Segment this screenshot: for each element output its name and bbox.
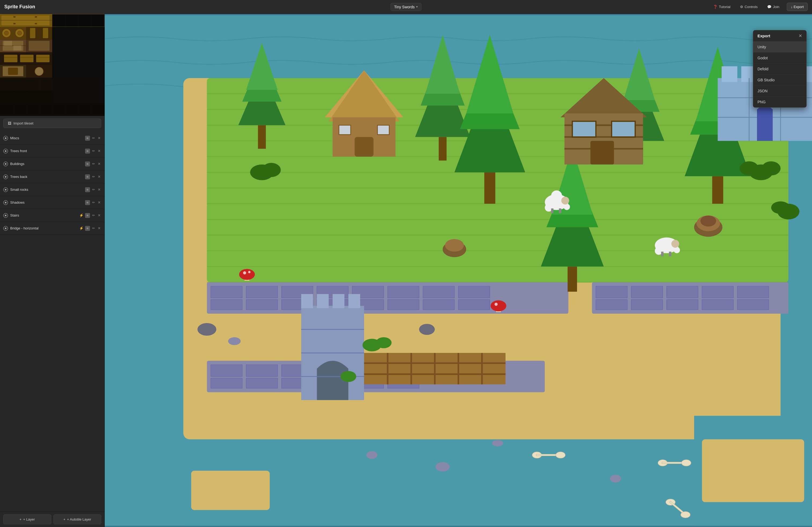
- layer-visibility-toggle[interactable]: [3, 213, 8, 218]
- layer-visibility-toggle[interactable]: [3, 187, 8, 192]
- layer-thumbnail: ▦: [85, 213, 90, 218]
- svg-point-27: [17, 31, 22, 35]
- layer-row-7[interactable]: Bridge - horizontal ⚡▦✏✕: [0, 222, 104, 235]
- import-label: Import tileset: [13, 121, 33, 125]
- tileset-preview: [0, 14, 104, 116]
- svg-rect-106: [246, 378, 278, 388]
- svg-rect-53: [52, 27, 105, 103]
- layer-name-label: Stairs: [10, 213, 77, 217]
- svg-rect-138: [355, 137, 374, 156]
- layer-row-1[interactable]: Trees front ▦✏✕: [0, 145, 104, 157]
- import-tileset-button[interactable]: 🖼 Import tileset: [3, 119, 101, 128]
- svg-rect-78: [458, 286, 490, 298]
- layer-row-6[interactable]: Stairs ⚡▦✏✕: [0, 209, 104, 222]
- layer-visibility-toggle[interactable]: [3, 200, 8, 205]
- svg-point-220: [700, 215, 716, 226]
- app-title: Sprite Fusion: [4, 4, 35, 10]
- add-layer-button[interactable]: + + Layer: [3, 514, 51, 524]
- controls-icon: ⚙: [740, 5, 743, 9]
- lightning-icon: ⚡: [79, 213, 84, 217]
- tutorial-icon: ❓: [713, 5, 717, 9]
- layer-close-button[interactable]: ✕: [97, 213, 101, 217]
- export-button[interactable]: ↓ Export: [787, 3, 808, 11]
- layer-close-button[interactable]: ✕: [97, 136, 101, 140]
- eye-dot: [5, 202, 6, 204]
- project-name-button[interactable]: Tiny Swords ▾: [391, 3, 422, 11]
- svg-rect-161: [317, 294, 329, 308]
- layer-edit-button[interactable]: ✏: [91, 149, 96, 153]
- layer-edit-button[interactable]: ✏: [91, 136, 96, 140]
- layer-visibility-toggle[interactable]: [3, 162, 8, 166]
- layer-thumbnail: ▦: [85, 200, 90, 205]
- export-label: ↓ Export: [791, 5, 804, 9]
- layer-visibility-toggle[interactable]: [3, 226, 8, 231]
- layer-edit-button[interactable]: ✏: [91, 187, 96, 192]
- plus-icon-2: +: [63, 517, 66, 521]
- layer-visibility-toggle[interactable]: [3, 175, 8, 179]
- layer-edit-button[interactable]: ✏: [91, 200, 96, 205]
- layer-close-button[interactable]: ✕: [97, 175, 101, 179]
- svg-point-217: [262, 163, 280, 177]
- svg-rect-119: [484, 172, 495, 204]
- export-option-json[interactable]: JSON: [753, 86, 806, 96]
- layer-close-button[interactable]: ✕: [97, 149, 101, 153]
- svg-rect-139: [339, 125, 351, 135]
- svg-rect-97: [737, 299, 769, 310]
- layer-row-2[interactable]: Buildings ▦✏✕: [0, 157, 104, 170]
- layer-visibility-toggle[interactable]: [3, 136, 8, 140]
- svg-rect-148: [591, 141, 614, 165]
- layers-panel: Miscs ▦✏✕ Trees front ▦✏✕ Buildings ▦✏✕: [0, 131, 104, 511]
- layer-name-label: Trees back: [10, 175, 83, 179]
- layer-name-label: Buildings: [10, 162, 83, 166]
- svg-rect-92: [737, 286, 769, 298]
- layer-row-4[interactable]: Small rocks ▦✏✕: [0, 183, 104, 196]
- export-dropdown-header: Export ✕: [753, 30, 806, 42]
- layer-close-button[interactable]: ✕: [97, 162, 101, 166]
- export-option-godot[interactable]: Godot: [753, 52, 806, 64]
- svg-point-227: [197, 323, 216, 336]
- export-dropdown: Export ✕ UnityGodotDefoldGB StudioJSONPN…: [753, 30, 807, 108]
- layer-edit-button[interactable]: ✏: [91, 175, 96, 179]
- export-options-list: UnityGodotDefoldGB StudioJSONPNG: [753, 42, 806, 107]
- svg-rect-85: [423, 299, 454, 310]
- export-option-defold[interactable]: Defold: [753, 64, 806, 75]
- export-option-unity[interactable]: Unity: [753, 42, 806, 52]
- layer-visibility-toggle[interactable]: [3, 149, 8, 153]
- layer-edit-button[interactable]: ✏: [91, 162, 96, 166]
- tutorial-button[interactable]: ❓ Tutorial: [711, 4, 733, 10]
- controls-label: Controls: [744, 5, 757, 9]
- svg-rect-47: [8, 67, 18, 75]
- layer-actions: ⚡▦✏✕: [79, 226, 101, 231]
- layer-close-button[interactable]: ✕: [97, 226, 101, 230]
- svg-rect-52: [0, 103, 104, 116]
- eye-dot: [5, 189, 6, 191]
- svg-rect-40: [20, 55, 33, 62]
- svg-rect-91: [702, 286, 733, 298]
- layer-row-0[interactable]: Miscs ▦✏✕: [0, 132, 104, 145]
- add-autotile-button[interactable]: + + Autotile Layer: [54, 514, 102, 524]
- svg-rect-37: [29, 41, 50, 51]
- layer-actions: ⚡▦✏✕: [79, 213, 101, 218]
- svg-rect-35: [13, 46, 21, 50]
- map-canvas[interactable]: [105, 14, 812, 527]
- export-dropdown-title: Export: [757, 33, 770, 38]
- tileset-canvas[interactable]: [0, 14, 104, 116]
- layer-edit-button[interactable]: ✏: [91, 213, 96, 217]
- svg-point-177: [243, 271, 246, 274]
- svg-point-181: [495, 303, 498, 306]
- layer-close-button[interactable]: ✕: [97, 200, 101, 205]
- export-option-png[interactable]: PNG: [753, 96, 806, 107]
- eye-dot: [5, 163, 6, 165]
- canvas-area[interactable]: Export ✕ UnityGodotDefoldGB StudioJSONPN…: [105, 14, 812, 527]
- layer-edit-button[interactable]: ✏: [91, 226, 96, 230]
- layer-close-button[interactable]: ✕: [97, 187, 101, 192]
- export-close-button[interactable]: ✕: [799, 34, 802, 38]
- layer-row-5[interactable]: Shadows ▦✏✕: [0, 196, 104, 209]
- layer-row-3[interactable]: Trees back ▦✏✕: [0, 170, 104, 183]
- join-button[interactable]: 💬 Join: [765, 4, 781, 10]
- eye-dot: [5, 228, 6, 229]
- controls-button[interactable]: ⚙ Controls: [738, 4, 760, 10]
- export-option-gb-studio[interactable]: GB Studio: [753, 75, 806, 86]
- svg-point-210: [610, 475, 621, 482]
- svg-rect-224: [191, 471, 270, 510]
